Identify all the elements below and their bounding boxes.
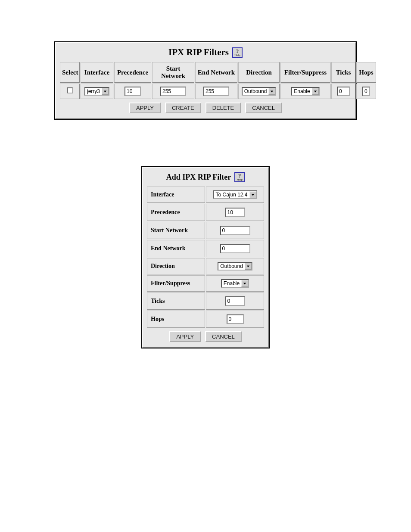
- delete-button[interactable]: DELETE: [206, 103, 241, 113]
- start-network-input[interactable]: 255: [160, 87, 186, 96]
- filter-suppress-label: Filter/Suppress: [147, 275, 205, 292]
- create-button[interactable]: CREATE: [165, 103, 201, 113]
- precedence-label: Precedence: [147, 204, 205, 221]
- add-filter-form: Interface To Cajun 12.4 Precedence 10 St…: [146, 186, 265, 329]
- col-select: Select: [60, 62, 80, 83]
- filters-table: Select Interface Precedence Start Networ…: [59, 61, 377, 100]
- ticks-input[interactable]: 0: [337, 87, 350, 96]
- svg-marker-2: [314, 90, 316, 92]
- filters-title: IPX RIP Filters: [168, 47, 229, 58]
- col-filter-suppress: Filter/Suppress: [280, 62, 330, 83]
- direction-select[interactable]: Outbound: [242, 87, 277, 96]
- end-network-input[interactable]: 255: [203, 87, 229, 96]
- svg-marker-1: [271, 90, 273, 92]
- page-top-rule: [25, 26, 386, 26]
- col-interface: Interface: [81, 62, 113, 83]
- col-precedence: Precedence: [114, 62, 151, 83]
- filter-suppress-select[interactable]: Enable: [221, 279, 249, 288]
- hops-label: Hops: [147, 311, 205, 328]
- apply-button[interactable]: APPLY: [129, 103, 161, 113]
- hops-input[interactable]: 0: [227, 314, 244, 324]
- chevron-down-icon: [102, 88, 109, 95]
- chevron-down-icon: [241, 280, 248, 287]
- filters-panel: IPX RIP Filters ? Help Select Interface …: [55, 42, 356, 119]
- interface-select[interactable]: jerry3: [84, 87, 109, 96]
- start-network-input[interactable]: 0: [220, 226, 250, 235]
- ticks-input[interactable]: 0: [225, 296, 245, 306]
- chevron-down-icon: [245, 263, 252, 270]
- col-start-network: Start Network: [152, 62, 194, 83]
- help-icon[interactable]: ? Help: [234, 172, 245, 182]
- ticks-label: Ticks: [147, 292, 205, 310]
- add-filter-button-row: APPLY CANCEL: [146, 329, 265, 344]
- direction-label: Direction: [147, 258, 205, 274]
- add-filter-title: Add IPX RIP Filter: [166, 173, 231, 182]
- hops-input[interactable]: 0: [362, 87, 370, 96]
- start-network-label: Start Network: [147, 222, 205, 239]
- col-ticks: Ticks: [331, 62, 355, 83]
- filters-button-row: APPLY CREATE DELETE CANCEL: [59, 100, 352, 115]
- interface-label: Interface: [147, 187, 205, 203]
- precedence-input[interactable]: 10: [225, 208, 245, 217]
- end-network-label: End Network: [147, 240, 205, 257]
- cancel-button[interactable]: CANCEL: [245, 103, 282, 113]
- col-end-network: End Network: [195, 62, 237, 83]
- cancel-button[interactable]: CANCEL: [205, 331, 242, 342]
- svg-marker-4: [247, 265, 249, 267]
- filter-suppress-select[interactable]: Enable: [291, 87, 319, 96]
- interface-select[interactable]: To Cajun 12.4: [213, 190, 257, 199]
- precedence-input[interactable]: 10: [125, 87, 141, 96]
- chevron-down-icon: [249, 191, 256, 198]
- col-hops: Hops: [356, 62, 376, 83]
- svg-marker-3: [251, 194, 254, 196]
- chevron-down-icon: [312, 88, 319, 95]
- svg-marker-0: [104, 90, 106, 92]
- col-direction: Direction: [238, 62, 280, 83]
- end-network-input[interactable]: 0: [220, 244, 250, 253]
- add-filter-panel: Add IPX RIP Filter ? Help Interface To C…: [142, 167, 269, 348]
- table-row: jerry3 10 255 255 Outbound: [60, 84, 376, 99]
- direction-select[interactable]: Outbound: [218, 262, 252, 271]
- chevron-down-icon: [268, 88, 275, 95]
- svg-marker-5: [243, 283, 246, 284]
- help-icon[interactable]: ? Help: [232, 47, 243, 58]
- select-checkbox[interactable]: [67, 87, 73, 93]
- apply-button[interactable]: APPLY: [169, 331, 201, 342]
- table-header-row: Select Interface Precedence Start Networ…: [60, 62, 376, 83]
